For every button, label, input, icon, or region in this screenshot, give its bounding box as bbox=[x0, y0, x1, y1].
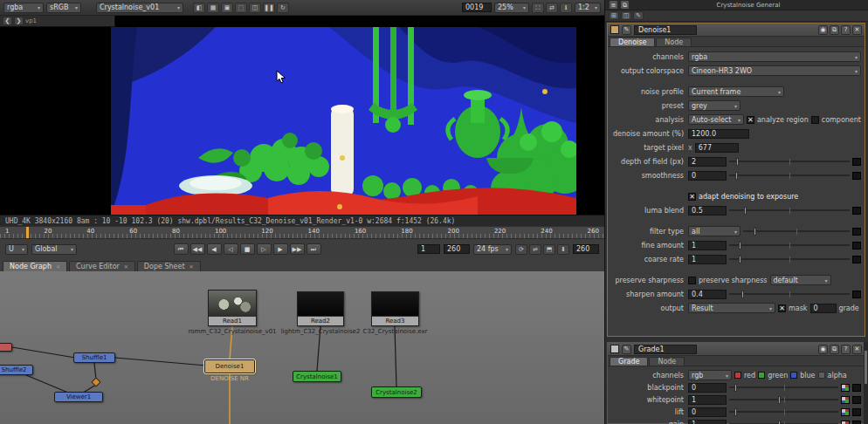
next-view-button[interactable]: ❯ bbox=[14, 17, 24, 25]
display-transform-select[interactable]: sRGB▾ bbox=[46, 3, 81, 13]
range-end-field[interactable]: 260 bbox=[444, 244, 470, 254]
slider-handle[interactable] bbox=[739, 242, 741, 250]
knob-slider[interactable] bbox=[729, 256, 850, 263]
checkbox-mask[interactable]: ✕ bbox=[778, 304, 786, 312]
value-field[interactable]: 0 bbox=[688, 383, 727, 393]
knob-slider[interactable] bbox=[729, 421, 838, 424]
animation-menu-button[interactable] bbox=[852, 291, 861, 298]
value-field[interactable]: 0 bbox=[688, 171, 727, 181]
select-all[interactable]: all▾ bbox=[688, 226, 741, 236]
select-result[interactable]: Result▾ bbox=[688, 303, 775, 313]
pause-icon[interactable]: ❚❚ bbox=[263, 3, 275, 13]
properties-scrollbar[interactable] bbox=[864, 342, 868, 424]
slider-handle[interactable] bbox=[778, 421, 781, 424]
goto-start-button[interactable]: ⏮ bbox=[174, 243, 189, 255]
node-shuffle2[interactable]: Shuffle2 bbox=[0, 365, 33, 375]
select-cineon-hr3-2wo[interactable]: Cineon-HR3 2WO▾ bbox=[688, 65, 861, 76]
scrollbar-thumb[interactable] bbox=[865, 351, 867, 384]
float-panel-icon[interactable]: ⧉ bbox=[830, 25, 839, 35]
checkbox-component[interactable] bbox=[811, 116, 819, 124]
slider-handle[interactable] bbox=[744, 207, 747, 215]
viewer-canvas[interactable] bbox=[0, 16, 604, 215]
animation-menu-button[interactable] bbox=[852, 158, 861, 166]
slider-handle[interactable] bbox=[734, 408, 737, 416]
frame-indicator-field[interactable]: 0019 bbox=[462, 3, 492, 12]
value-field[interactable]: 1 bbox=[688, 241, 727, 250]
info-icon[interactable]: ℹ bbox=[560, 3, 572, 13]
close-panel-icon[interactable]: ✕ bbox=[852, 345, 862, 354]
knob-slider[interactable] bbox=[729, 396, 838, 404]
range-start-field[interactable]: 1 bbox=[417, 244, 440, 254]
select-grey[interactable]: grey▾ bbox=[688, 100, 741, 111]
step-back-button[interactable]: ◀ bbox=[207, 243, 222, 255]
animation-menu-button[interactable] bbox=[852, 256, 861, 263]
value-field[interactable]: 677 bbox=[695, 143, 739, 153]
channel-alpha-checkbox[interactable] bbox=[818, 372, 825, 379]
node-name-field[interactable]: Grade1 bbox=[634, 345, 697, 354]
checkbox-preserve-sharpness[interactable] bbox=[688, 277, 696, 284]
pane-menu-icon[interactable]: ≡ bbox=[609, 0, 618, 10]
step-forward-button[interactable]: ▶ bbox=[273, 243, 288, 255]
center-node-icon[interactable]: ◉ bbox=[818, 25, 828, 35]
slider-handle[interactable] bbox=[735, 172, 738, 180]
color-swatch-button[interactable] bbox=[841, 408, 850, 416]
knob-slider[interactable] bbox=[729, 408, 838, 416]
value-field[interactable]: 1 bbox=[688, 395, 727, 405]
playhead[interactable] bbox=[26, 227, 29, 239]
animation-menu-button[interactable] bbox=[852, 408, 861, 416]
help-icon[interactable]: ? bbox=[841, 25, 851, 35]
node-read2[interactable]: Read2 bbox=[297, 291, 344, 326]
node-crystalnoise2[interactable]: Crystalnoise2 bbox=[371, 386, 422, 398]
channel-blue-checkbox[interactable] bbox=[790, 372, 797, 379]
select-auto-select[interactable]: Auto-select▾ bbox=[688, 114, 744, 125]
sync-icon[interactable]: ⇄ bbox=[546, 3, 558, 13]
float-pane-icon[interactable]: ⧉ bbox=[620, 0, 630, 10]
select-rgb[interactable]: rgb▾ bbox=[688, 370, 732, 380]
layer-select[interactable]: rgba▾ bbox=[3, 3, 44, 13]
node-edge-node[interactable] bbox=[0, 343, 12, 352]
select-current-frame[interactable]: Current frame▾ bbox=[688, 86, 784, 97]
update-mode-select[interactable]: U▾ bbox=[5, 244, 28, 255]
bounce-icon[interactable]: ⇌ bbox=[529, 244, 541, 255]
pin-icon[interactable]: ⊞ bbox=[609, 11, 619, 20]
timeline-ruler[interactable]: 120406080100120140160180200220240260 bbox=[0, 226, 604, 238]
knob-slider[interactable] bbox=[743, 228, 850, 236]
slider-handle[interactable] bbox=[739, 256, 741, 263]
color-swatch-button[interactable] bbox=[841, 384, 850, 392]
node-denoise1[interactable]: Denoise1 bbox=[204, 359, 255, 373]
animation-menu-button[interactable] bbox=[852, 396, 861, 404]
proxy-toggle-icon[interactable]: ◫ bbox=[249, 3, 261, 13]
node-shuffle1[interactable]: Shuffle1 bbox=[73, 352, 115, 363]
play-forward-button[interactable]: ▷ bbox=[257, 243, 272, 255]
slider-handle[interactable] bbox=[736, 158, 739, 166]
roi-icon[interactable]: ⬚ bbox=[235, 3, 247, 13]
edit-name-icon[interactable]: ✎ bbox=[622, 345, 631, 354]
close-tab-icon[interactable]: ✕ bbox=[189, 263, 194, 270]
node-read1[interactable]: Read1 bbox=[208, 290, 257, 326]
fps-select[interactable]: 24 fps▾ bbox=[473, 244, 512, 255]
edit-icon[interactable]: ✎ bbox=[633, 11, 644, 20]
animation-menu-button[interactable] bbox=[852, 228, 861, 236]
node-color-swatch[interactable] bbox=[610, 345, 619, 353]
play-backward-button[interactable]: ◁ bbox=[224, 243, 238, 255]
center-node-icon[interactable]: ◉ bbox=[818, 345, 828, 354]
animation-menu-button[interactable] bbox=[852, 421, 861, 424]
help-icon[interactable]: ? bbox=[841, 345, 851, 354]
loop-icon[interactable]: ⟳ bbox=[515, 244, 527, 255]
knob-slider[interactable] bbox=[729, 158, 850, 166]
value-field[interactable]: 1 bbox=[688, 255, 727, 264]
knob-slider[interactable] bbox=[729, 291, 850, 298]
proxy-ratio-select[interactable]: 1:2▾ bbox=[575, 3, 601, 13]
slider-handle[interactable] bbox=[754, 228, 756, 236]
download-icon[interactable]: ⬇ bbox=[557, 244, 569, 255]
stop-button[interactable]: ■ bbox=[240, 243, 255, 255]
value-field[interactable]: 1200.0 bbox=[688, 129, 749, 139]
select-default[interactable]: default▾ bbox=[770, 275, 831, 285]
animation-menu-button[interactable] bbox=[852, 384, 861, 392]
refresh-icon[interactable]: ↻ bbox=[277, 3, 289, 13]
color-swatch-button[interactable] bbox=[841, 396, 850, 404]
node-viewer1[interactable]: Viewer1 bbox=[54, 392, 103, 402]
knob-slider[interactable] bbox=[729, 172, 850, 180]
knob-slider[interactable] bbox=[729, 207, 850, 215]
node-color-swatch[interactable] bbox=[610, 25, 619, 34]
